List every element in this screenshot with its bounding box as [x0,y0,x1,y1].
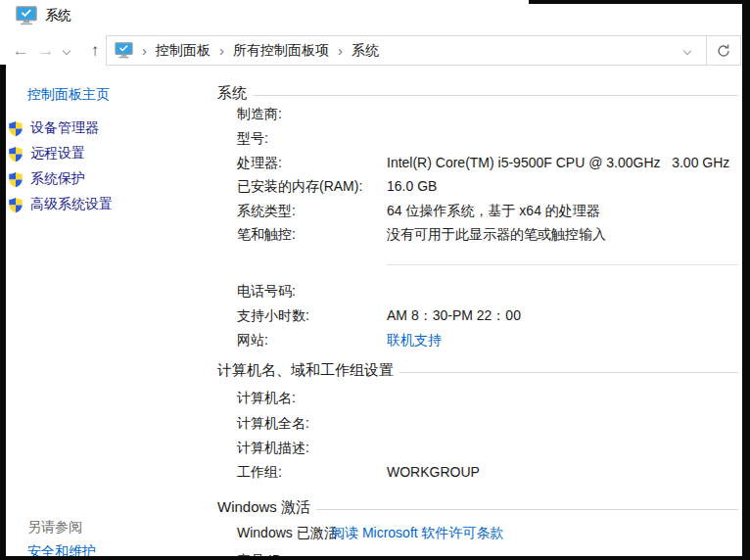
uac-shield-icon [8,197,23,213]
section-title: 计算机名、域和工作组设置 [217,361,394,380]
license-terms-link[interactable]: 阅读 Microsoft 软件许可条款 [331,525,504,542]
support-section-rule [387,264,738,265]
chevron-down-icon [683,46,691,54]
uac-shield-icon [8,146,23,163]
info-row-computer-name: 计算机名: [217,390,740,407]
sidebar-item-label: 设备管理器 [30,119,99,137]
info-row-processor: 处理器: Intel(R) Core(TM) i5-9500F CPU @ 3.… [217,155,740,172]
info-row-workgroup: 工作组: WORKGROUP [217,464,740,482]
field-label: 笔和触控: [237,226,296,244]
breadcrumb-system[interactable]: 系统 [352,42,379,60]
info-row-full-computer-name: 计算机全名: [217,415,740,433]
field-label: 型号: [237,130,268,148]
breadcrumb-separator-icon: › [338,42,343,59]
forward-button[interactable]: → [33,38,59,64]
info-row-manufacturer: 制造商: [217,106,740,123]
uac-shield-icon [8,120,23,137]
sidebar-item-label: 系统保护 [30,170,85,188]
sidebar-home-label: 控制面板主页 [27,86,110,104]
system-monitor-icon [16,6,37,25]
screen-edge-top [529,0,750,4]
info-row-phone: 电话号码: [217,283,740,301]
field-value: Intel(R) Core(TM) i5-9500F CPU @ 3.00GHz… [387,155,729,170]
field-value: 64 位操作系统，基于 x64 的处理器 [387,203,600,220]
field-value: 16.0 GB [387,178,437,194]
window-title: 系统 [45,7,71,24]
activation-status-row: Windows 已激活 阅读 Microsoft 软件许可条款 [217,525,740,542]
field-label: 网站: [237,332,268,350]
sidebar-item-remote-settings[interactable]: 远程设置 [8,145,85,163]
section-header-windows-activation: Windows 激活 [217,498,738,517]
address-bar[interactable]: › 控制面板 › 所有控制面板项 › 系统 [106,35,707,66]
field-label: 计算机描述: [237,440,309,457]
up-button[interactable]: ↑ [82,38,108,64]
field-label: 电话号码: [237,283,296,301]
online-support-link[interactable]: 联机支持 [387,332,442,350]
recent-locations-button[interactable] [59,38,74,64]
field-value: WORKGROUP [387,464,480,480]
breadcrumb-separator-icon: › [219,42,224,59]
section-header-computer-name: 计算机名、域和工作组设置 [217,361,738,380]
info-row-pen-touch: 笔和触控: 没有可用于此显示器的笔或触控输入 [217,226,740,244]
address-bar-area: › 控制面板 › 所有控制面板项 › 系统 [106,35,741,66]
breadcrumb-separator-icon: › [142,42,147,59]
back-icon: ← [13,41,29,61]
forward-icon: → [38,41,55,61]
address-dropdown-button[interactable] [677,48,698,54]
section-rule [399,372,738,373]
field-value: AM 8：30-PM 22：00 [387,307,521,325]
sidebar-item-advanced-system-settings[interactable]: 高级系统设置 [8,196,113,213]
field-label: 计算机名: [237,390,296,407]
activation-status: Windows 已激活 [237,525,338,542]
field-label: 系统类型: [237,203,296,220]
sidebar-item-device-manager[interactable]: 设备管理器 [8,119,99,137]
section-title: Windows 激活 [217,498,310,517]
refresh-button[interactable] [707,35,741,66]
info-row-support-hours: 支持小时数: AM 8：30-PM 22：00 [217,307,740,325]
main-content: 系统 制造商: 型号: 处理器: Intel(R) Core(TM) i5-95… [217,70,740,560]
field-label: 处理器: [237,155,282,172]
sidebar-item-label: 高级系统设置 [30,196,113,213]
field-label: 工作组: [237,464,282,482]
sidebar-item-label: 远程设置 [30,145,85,163]
field-label: 制造商: [237,106,282,123]
title-bar: 系统 [0,0,750,31]
uac-shield-icon [8,171,23,188]
section-rule [253,95,738,96]
info-row-model: 型号: [217,130,740,148]
location-monitor-icon [115,42,133,59]
screen-edge-right [742,0,750,560]
field-label: 支持小时数: [237,307,309,325]
screen-edge-left [0,65,6,560]
info-row-ram: 已安装的内存(RAM): 16.0 GB [217,178,740,196]
field-label: 计算机全名: [237,415,309,433]
info-row-system-type: 系统类型: 64 位操作系统，基于 x64 的处理器 [217,203,740,220]
sidebar-item-control-panel-home[interactable]: 控制面板主页 [27,86,110,104]
sidebar-item-system-protection[interactable]: 系统保护 [8,170,85,188]
section-header-system: 系统 [217,84,738,103]
up-icon: ↑ [91,41,100,61]
back-button[interactable]: ← [8,38,33,64]
info-row-website: 网站: 联机支持 [217,332,740,350]
breadcrumb-all-items[interactable]: 所有控制面板项 [233,42,329,60]
screen-edge-bottom [0,556,750,560]
section-title: 系统 [217,84,247,103]
refresh-icon [716,43,731,59]
breadcrumb-control-panel[interactable]: 控制面板 [156,42,211,60]
field-value: 没有可用于此显示器的笔或触控输入 [387,226,606,244]
section-rule [316,509,738,510]
chevron-down-icon [63,47,70,55]
see-also-header: 另请参阅 [27,519,82,537]
field-label: 已安装的内存(RAM): [237,178,362,196]
info-row-computer-description: 计算机描述: [217,440,740,457]
